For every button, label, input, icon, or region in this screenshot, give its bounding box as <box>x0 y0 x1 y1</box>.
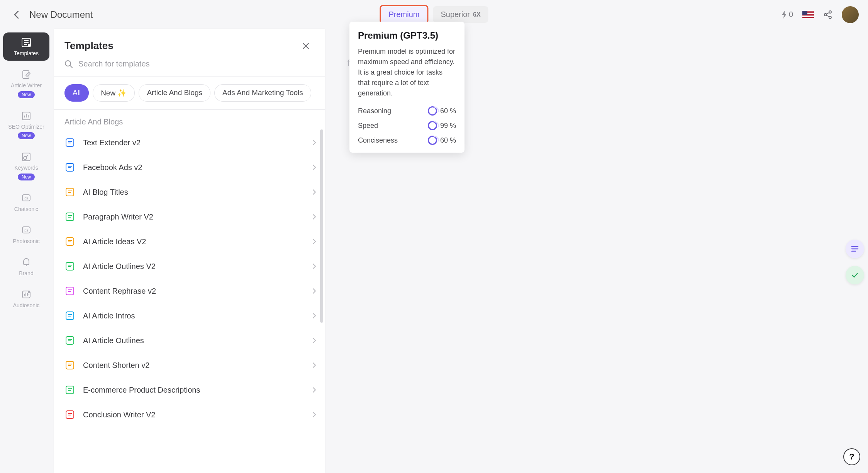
template-item[interactable]: Content Rephrase v2 <box>60 279 321 303</box>
list-icon <box>851 246 859 252</box>
template-icon <box>64 286 75 296</box>
template-name: AI Article Outlines V2 <box>83 262 312 271</box>
template-item[interactable]: AI Blog Titles <box>60 180 321 204</box>
template-item[interactable]: AI Article Outlines <box>60 328 321 353</box>
chevron-right-icon <box>312 263 316 269</box>
metric-value: 60 % <box>440 107 456 115</box>
search-icon <box>64 60 73 68</box>
help-button[interactable]: ? <box>843 448 860 465</box>
popover-description: Premium model is optimized for maximum s… <box>358 46 456 99</box>
photo-icon: ps <box>21 225 31 235</box>
chevron-left-icon <box>14 10 19 19</box>
check-icon <box>851 272 858 278</box>
superior-badge: 6X <box>473 11 481 18</box>
superior-model-button[interactable]: Superior 6X <box>433 6 488 23</box>
template-name: Facebook Ads v2 <box>83 163 312 172</box>
svg-rect-14 <box>23 71 29 78</box>
document-title[interactable]: New Document <box>29 9 93 20</box>
template-item[interactable]: AI Article Intros <box>60 303 321 328</box>
premium-popover: Premium (GPT3.5) Premium model is optimi… <box>349 22 465 153</box>
sidebar-item-audiosonic[interactable]: Audiosonic <box>3 284 49 313</box>
share-icon[interactable] <box>823 10 832 19</box>
svg-rect-5 <box>802 18 814 19</box>
sidebar-item-photosonic[interactable]: ps Photosonic <box>3 220 49 248</box>
sidebar-item-brand[interactable]: Brand <box>3 252 49 281</box>
templates-panel: Templates All New ✨ Article And Blogs Ad… <box>54 29 325 473</box>
chevron-right-icon <box>312 238 316 245</box>
metric-value: 60 % <box>440 136 456 145</box>
chip-all[interactable]: All <box>64 84 89 102</box>
template-icon <box>64 187 75 197</box>
svg-point-7 <box>824 14 827 16</box>
chip-ads-marketing[interactable]: Ads And Marketing Tools <box>214 84 311 102</box>
chevron-right-icon <box>312 189 316 195</box>
search-row <box>54 60 325 77</box>
audio-icon <box>21 289 31 299</box>
sidebar-item-chatsonic[interactable]: cs Chatsonic <box>3 188 49 216</box>
svg-rect-4 <box>802 16 814 17</box>
svg-line-11 <box>827 15 829 17</box>
template-item[interactable]: Paragraph Writer V2 <box>60 204 321 229</box>
sidebar-item-templates[interactable]: Templates <box>3 32 49 61</box>
close-icon <box>302 43 309 49</box>
sidebar-item-keywords[interactable]: Keywords New <box>3 147 49 184</box>
check-float-button[interactable] <box>846 266 864 284</box>
ring-icon <box>428 106 437 116</box>
template-item[interactable]: Content Shorten v2 <box>60 353 321 378</box>
metric-label: Reasoning <box>358 107 391 115</box>
template-item[interactable]: Facebook Ads v2 <box>60 155 321 180</box>
template-item[interactable]: Conclusion Writer V2 <box>60 402 321 427</box>
template-icon <box>64 211 75 222</box>
template-icon <box>64 261 75 272</box>
template-icon <box>64 162 75 173</box>
ring-icon <box>428 136 437 145</box>
credits-value: 0 <box>789 10 793 19</box>
flag-us-icon[interactable] <box>802 11 814 19</box>
back-button[interactable] <box>9 8 23 22</box>
svg-point-8 <box>829 11 831 13</box>
scrollbar[interactable] <box>320 129 323 323</box>
chip-new[interactable]: New ✨ <box>93 84 135 102</box>
metric-speed: Speed 99 % <box>358 121 456 130</box>
sidebar-item-article-writer[interactable]: Article Writer New <box>3 65 49 102</box>
sidebar-item-label: Photosonic <box>13 238 39 245</box>
template-item[interactable]: Text Extender v2 <box>60 130 321 155</box>
svg-rect-6 <box>802 11 807 15</box>
template-name: AI Article Intros <box>83 311 312 320</box>
header-actions: 0 <box>781 6 859 23</box>
template-name: Content Shorten v2 <box>83 361 312 370</box>
ring-icon <box>428 121 437 130</box>
metric-conciseness: Conciseness 60 % <box>358 136 456 145</box>
svg-text:ps: ps <box>24 228 28 232</box>
templates-icon <box>21 37 31 48</box>
sidebar-item-label: Templates <box>14 50 39 57</box>
close-button[interactable] <box>302 43 314 49</box>
chip-article-blogs[interactable]: Article And Blogs <box>139 84 210 102</box>
outline-float-button[interactable] <box>846 240 864 258</box>
chevron-right-icon <box>312 337 316 344</box>
credits-count[interactable]: 0 <box>781 10 793 19</box>
panel-header: Templates <box>54 29 325 60</box>
sidebar-item-label: Keywords <box>14 165 38 171</box>
sidebar-item-label: SEO Optimizer <box>8 124 44 130</box>
template-name: Conclusion Writer V2 <box>83 410 312 419</box>
avatar[interactable] <box>842 6 859 23</box>
template-item[interactable]: E-commerce Product Descriptions <box>60 378 321 402</box>
template-item[interactable]: AI Article Outlines V2 <box>60 254 321 279</box>
template-icon <box>64 310 75 321</box>
template-list[interactable]: Text Extender v2 Facebook Ads v2 AI Blog… <box>54 130 325 473</box>
new-badge: New <box>18 132 35 139</box>
template-icon <box>64 335 75 346</box>
sidebar-item-seo[interactable]: SEO Optimizer New <box>3 106 49 143</box>
new-badge: New <box>18 91 35 98</box>
filter-chips: All New ✨ Article And Blogs Ads And Mark… <box>54 77 325 110</box>
template-item[interactable]: AI Article Ideas V2 <box>60 229 321 254</box>
sidebar-item-label: Chatsonic <box>14 206 38 213</box>
search-input[interactable] <box>78 60 314 68</box>
metric-label: Conciseness <box>358 136 398 145</box>
chevron-right-icon <box>312 288 316 294</box>
sidebar-item-label: Audiosonic <box>13 302 40 309</box>
premium-model-button[interactable]: Premium <box>380 5 428 24</box>
template-name: AI Blog Titles <box>83 188 312 197</box>
svg-text:cs: cs <box>25 196 29 200</box>
